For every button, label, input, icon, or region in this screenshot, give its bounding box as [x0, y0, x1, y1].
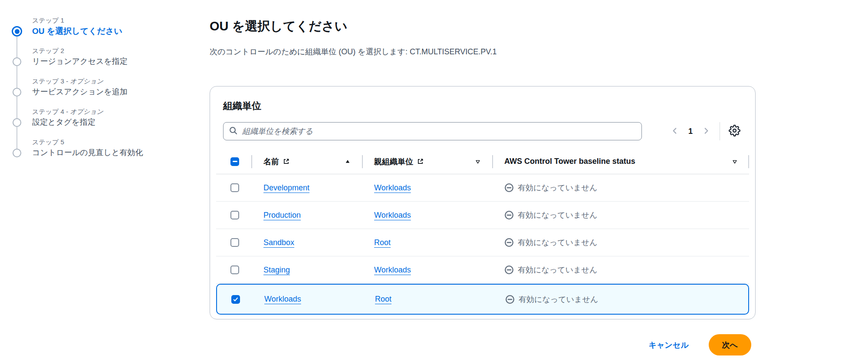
not-enabled-status-icon: [504, 238, 514, 247]
table-preferences-button[interactable]: [727, 123, 742, 139]
card-title: 組織単位: [223, 100, 742, 113]
select-all-checkbox[interactable]: [230, 157, 239, 166]
page-subtitle: 次のコントロールのために組織単位 (OU) を選択します: CT.MULTISE…: [210, 46, 756, 57]
next-button[interactable]: 次へ: [709, 334, 751, 355]
status-text: 有効になっていません: [518, 265, 597, 275]
wizard-step-2: ステップ 2 リージョンアクセスを指定: [12, 46, 199, 76]
status-cell: 有効になっていません: [492, 210, 749, 220]
ou-name-link[interactable]: Workloads: [264, 295, 301, 304]
row-checkbox-checked[interactable]: [231, 295, 240, 304]
parent-ou-link[interactable]: Workloads: [374, 266, 411, 275]
cancel-button[interactable]: キャンセル: [648, 340, 688, 350]
toolbar-divider: [720, 122, 720, 140]
column-header-name[interactable]: 名前: [251, 149, 362, 174]
parent-ou-link[interactable]: Root: [375, 295, 391, 304]
row-checkbox[interactable]: [230, 183, 239, 192]
step-number-label: ステップ 5: [32, 138, 64, 146]
table-header-row: 名前 親組織単位 AWS Control Tower baseline stat…: [216, 149, 749, 174]
search-icon: [229, 126, 237, 136]
pagination: 1: [668, 124, 713, 139]
table-row-selected[interactable]: Workloads Root 有効になっていません: [216, 284, 749, 315]
step-title: コントロールの見直しと有効化: [32, 147, 199, 159]
status-cell: 有効になっていません: [492, 183, 749, 193]
ou-name-link[interactable]: Development: [263, 183, 309, 193]
step-number-label: ステップ 2: [32, 47, 64, 54]
external-link-icon: [417, 158, 424, 165]
ou-search-field[interactable]: [223, 122, 642, 140]
step-number-label: ステップ 3: [32, 77, 64, 85]
step-optional-label: - オプション: [64, 108, 103, 115]
ou-name-link[interactable]: Sandbox: [263, 238, 294, 247]
external-link-icon: [283, 158, 289, 165]
wizard-step-5: ステップ 5 コントロールの見直しと有効化: [12, 137, 199, 168]
step-radio-active-icon: [12, 26, 22, 37]
not-enabled-status-icon: [504, 183, 514, 193]
step-optional-label: - オプション: [64, 77, 103, 85]
status-text: 有効になっていません: [518, 210, 597, 220]
not-enabled-status-icon: [505, 295, 515, 304]
step-title: OU を選択してください: [32, 25, 199, 37]
step-radio-icon: [13, 149, 21, 157]
step-number-label: ステップ 1: [32, 17, 64, 24]
main-content: OU を選択してください 次のコントロールのために組織単位 (OU) を選択しま…: [210, 17, 756, 355]
step-title: 設定とタグを指定: [32, 116, 199, 128]
wizard-footer-actions: キャンセル 次へ: [210, 334, 756, 355]
step-radio-icon: [13, 118, 21, 127]
search-input[interactable]: [241, 126, 636, 136]
row-checkbox[interactable]: [230, 266, 239, 274]
row-checkbox[interactable]: [230, 238, 239, 247]
status-text: 有効になっていません: [518, 237, 597, 248]
organizational-units-card: 組織単位 1: [210, 86, 756, 319]
sort-none-icon: [475, 159, 481, 165]
not-enabled-status-icon: [504, 265, 514, 275]
step-title: リージョンアクセスを指定: [32, 56, 199, 67]
chevron-left-icon: [671, 127, 679, 136]
wizard-step-3: ステップ 3 - オプション サービスアクションを追加: [12, 76, 199, 107]
previous-page-button[interactable]: [668, 124, 681, 139]
status-cell: 有効になっていません: [493, 294, 748, 305]
current-page-number[interactable]: 1: [688, 127, 693, 136]
next-page-button[interactable]: [700, 124, 713, 139]
status-cell: 有効になっていません: [492, 237, 749, 248]
parent-ou-link[interactable]: Root: [374, 238, 391, 247]
wizard-steps-nav: ステップ 1 OU を選択してください ステップ 2 リージョンアクセスを指定 …: [12, 16, 199, 168]
step-radio-icon: [13, 88, 21, 96]
select-all-header-cell: [216, 149, 251, 174]
parent-ou-link[interactable]: Workloads: [374, 183, 411, 193]
sort-ascending-icon: [345, 159, 351, 165]
column-header-baseline-status[interactable]: AWS Control Tower baseline status: [492, 149, 749, 174]
status-text: 有効になっていません: [518, 183, 597, 193]
chevron-right-icon: [702, 127, 710, 136]
sort-none-icon: [732, 159, 738, 165]
table-row[interactable]: Staging Workloads 有効になっていません: [216, 256, 749, 284]
gear-icon: [729, 125, 740, 138]
not-enabled-status-icon: [504, 210, 514, 220]
ou-name-link[interactable]: Staging: [263, 266, 290, 275]
page-title: OU を選択してください: [210, 17, 756, 35]
wizard-step-1: ステップ 1 OU を選択してください: [12, 16, 199, 46]
wizard-step-4: ステップ 4 - オプション 設定とタグを指定: [12, 107, 199, 137]
ou-name-link[interactable]: Production: [263, 211, 301, 220]
status-cell: 有効になっていません: [492, 265, 749, 275]
table-row[interactable]: Production Workloads 有効になっていません: [216, 202, 749, 229]
step-radio-icon: [13, 57, 21, 66]
step-number-label: ステップ 4: [32, 108, 64, 115]
table-row[interactable]: Sandbox Root 有効になっていません: [216, 229, 749, 256]
step-title: サービスアクションを追加: [32, 86, 199, 98]
parent-ou-link[interactable]: Workloads: [374, 211, 411, 220]
status-text: 有効になっていません: [519, 294, 598, 305]
column-header-parent-ou[interactable]: 親組織単位: [362, 149, 492, 174]
table-row[interactable]: Development Workloads 有効になっていません: [216, 174, 749, 202]
row-checkbox[interactable]: [230, 211, 239, 219]
